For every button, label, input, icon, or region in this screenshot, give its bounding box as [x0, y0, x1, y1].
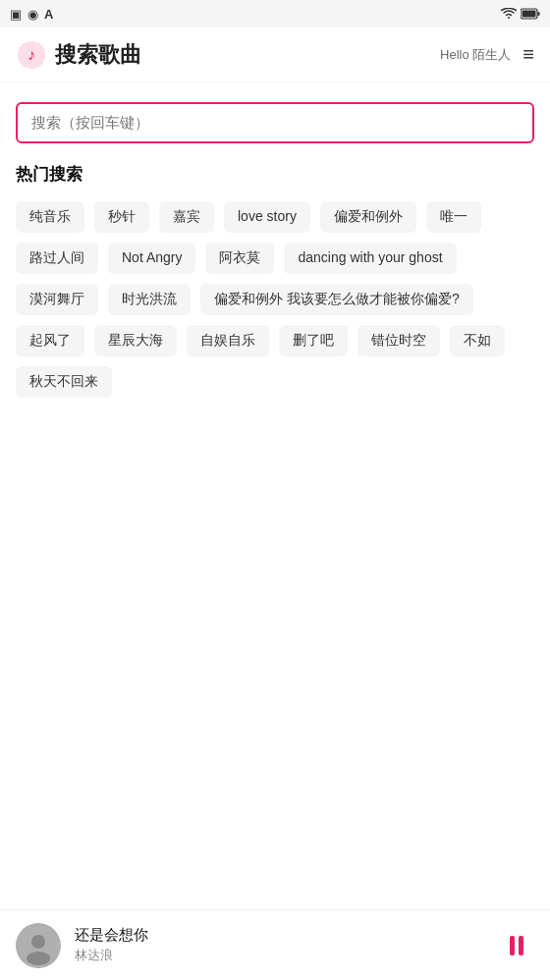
hot-search-tag[interactable]: 漠河舞厅 — [16, 284, 98, 315]
status-icon-1: ▣ — [10, 7, 22, 22]
hot-search-title: 热门搜索 — [16, 163, 534, 186]
player-song-title: 还是会想你 — [75, 926, 485, 945]
hot-search-tag[interactable]: 偏爱和例外 我该要怎么做才能被你偏爱? — [200, 284, 473, 315]
hot-search-tag[interactable]: 不如 — [450, 325, 505, 356]
hot-search-tag[interactable]: 阿衣莫 — [205, 243, 274, 274]
hot-search-tag[interactable]: 秒针 — [94, 201, 149, 233]
pause-icon — [510, 936, 523, 955]
hot-search-tag[interactable]: 偏爱和例外 — [320, 201, 416, 233]
hot-search-tag[interactable]: Not Angry — [108, 243, 195, 274]
hot-search-tag[interactable]: 错位时空 — [358, 325, 440, 356]
header-right: Hello 陌生人 ≡ — [440, 43, 534, 66]
hot-search-tag[interactable]: dancing with your ghost — [284, 243, 456, 274]
status-bar: ▣ ◉ A — [0, 0, 550, 27]
status-icon-3: A — [44, 7, 53, 22]
hot-search-tag[interactable]: 自娱自乐 — [187, 325, 269, 356]
hot-search-tag[interactable]: 星辰大海 — [94, 325, 177, 356]
svg-rect-2 — [522, 11, 536, 18]
pause-bar-right — [519, 936, 523, 955]
player-avatar — [16, 923, 61, 968]
hot-search-tag[interactable]: 路过人间 — [16, 243, 98, 274]
tags-container: 纯音乐秒针嘉宾love story偏爱和例外唯一路过人间Not Angry阿衣莫… — [16, 201, 534, 398]
player-pause-button[interactable] — [499, 928, 534, 963]
hot-search-tag[interactable]: 删了吧 — [279, 325, 348, 356]
bottom-player: 还是会想你 林达浪 — [0, 909, 550, 980]
header: ♪ 搜索歌曲 Hello 陌生人 ≡ — [0, 27, 550, 82]
hot-search-tag[interactable]: 起风了 — [16, 325, 84, 356]
player-info: 还是会想你 林达浪 — [75, 926, 485, 964]
status-bar-left: ▣ ◉ A — [10, 7, 53, 22]
search-container — [0, 82, 550, 155]
battery-icon — [521, 8, 540, 20]
hot-search-tag[interactable]: 唯一 — [426, 201, 481, 233]
svg-point-7 — [27, 952, 50, 965]
search-input-wrapper — [16, 102, 534, 143]
hot-search-section: 热门搜索 纯音乐秒针嘉宾love story偏爱和例外唯一路过人间Not Ang… — [0, 155, 550, 398]
status-icon-2: ◉ — [28, 7, 38, 22]
search-input[interactable] — [31, 114, 519, 131]
status-bar-right — [501, 8, 540, 20]
menu-icon[interactable]: ≡ — [522, 43, 534, 66]
hot-search-tag[interactable]: 时光洪流 — [108, 284, 191, 315]
svg-text:♪: ♪ — [28, 46, 35, 63]
pause-bar-left — [510, 936, 515, 955]
svg-point-6 — [31, 935, 45, 949]
hot-search-tag[interactable]: love story — [224, 201, 310, 233]
header-left: ♪ 搜索歌曲 — [16, 39, 141, 71]
hot-search-tag[interactable]: 秋天不回来 — [16, 366, 112, 398]
svg-rect-1 — [538, 12, 540, 16]
hot-search-tag[interactable]: 纯音乐 — [16, 201, 84, 233]
wifi-icon — [501, 8, 517, 20]
hot-search-tag[interactable]: 嘉宾 — [159, 201, 214, 233]
app-logo-icon: ♪ — [16, 39, 47, 71]
page-title: 搜索歌曲 — [55, 40, 141, 70]
player-artist-name: 林达浪 — [75, 947, 485, 964]
hello-text: Hello 陌生人 — [440, 46, 511, 64]
